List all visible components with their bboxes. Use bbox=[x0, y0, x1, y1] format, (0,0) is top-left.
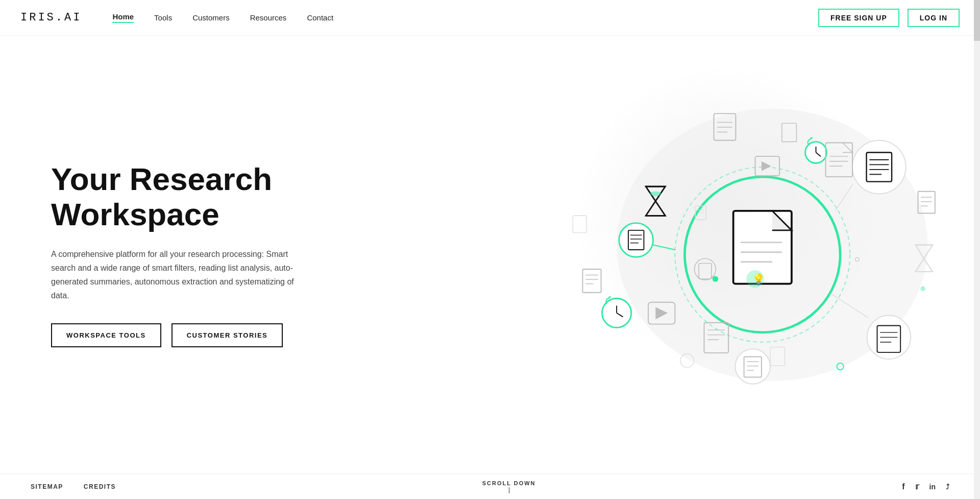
scroll-down-text: SCROLL DOWN bbox=[482, 480, 536, 486]
svg-rect-28 bbox=[714, 113, 736, 140]
nav-tools[interactable]: Tools bbox=[154, 13, 172, 22]
svg-point-54 bbox=[694, 258, 716, 280]
svg-point-84 bbox=[855, 257, 860, 262]
svg-marker-37 bbox=[762, 161, 771, 171]
svg-rect-16 bbox=[867, 153, 892, 182]
nav-right: FREE SIGN UP LOG IN bbox=[818, 9, 960, 27]
svg-text:💡: 💡 bbox=[752, 273, 766, 286]
facebook-icon[interactable]: f bbox=[902, 482, 904, 491]
nav-links: Home Tools Customers Resources Contact bbox=[112, 12, 333, 23]
svg-rect-59 bbox=[826, 142, 852, 177]
footer-left: SITEMAP CREDITS bbox=[31, 483, 116, 490]
workspace-tools-button[interactable]: WORKSPACE TOOLS bbox=[51, 323, 161, 347]
svg-rect-52 bbox=[573, 216, 586, 232]
linkedin-icon[interactable]: in bbox=[929, 483, 936, 491]
svg-rect-10 bbox=[628, 230, 644, 250]
nav-left: IRIS.AI Home Tools Customers Resources C… bbox=[20, 11, 333, 24]
hero-description: A comprehensive platform for all your re… bbox=[51, 247, 296, 303]
svg-point-46 bbox=[602, 298, 631, 327]
footer-right: f 𝕣 in ⤴ bbox=[902, 482, 949, 491]
navbar: IRIS.AI Home Tools Customers Resources C… bbox=[0, 0, 980, 36]
svg-rect-63 bbox=[918, 192, 935, 213]
svg-rect-3 bbox=[733, 211, 792, 284]
svg-line-14 bbox=[653, 245, 675, 250]
svg-rect-50 bbox=[648, 302, 675, 324]
svg-point-9 bbox=[619, 223, 653, 257]
svg-point-78 bbox=[735, 349, 770, 384]
scrollbar-thumb[interactable] bbox=[974, 0, 980, 41]
svg-rect-36 bbox=[755, 156, 780, 176]
svg-point-1 bbox=[684, 177, 840, 332]
sitemap-link[interactable]: SITEMAP bbox=[31, 483, 63, 490]
background-blob bbox=[572, 61, 878, 368]
svg-point-77 bbox=[680, 354, 694, 368]
svg-point-15 bbox=[852, 140, 906, 194]
svg-rect-70 bbox=[704, 323, 729, 353]
svg-marker-49 bbox=[608, 296, 611, 299]
nav-home[interactable]: Home bbox=[112, 12, 134, 23]
svg-rect-74 bbox=[770, 347, 785, 365]
svg-point-7 bbox=[746, 270, 764, 288]
illustration-svg: 💡 bbox=[419, 36, 980, 473]
svg-point-76 bbox=[920, 286, 925, 291]
nav-contact[interactable]: Contact bbox=[307, 13, 333, 22]
twitter-icon[interactable]: 𝕣 bbox=[915, 482, 919, 491]
scrollbar[interactable] bbox=[974, 0, 980, 499]
svg-point-83 bbox=[837, 363, 843, 370]
svg-rect-42 bbox=[582, 269, 601, 293]
svg-marker-67 bbox=[916, 245, 933, 271]
svg-point-38 bbox=[805, 142, 827, 163]
hero-illustration: 💡 bbox=[419, 36, 980, 473]
svg-point-0 bbox=[617, 109, 927, 381]
share-icon[interactable]: ⤴ bbox=[946, 483, 949, 491]
logo[interactable]: IRIS.AI bbox=[20, 11, 82, 24]
svg-point-22 bbox=[867, 316, 911, 360]
hero-title: Your ResearchWorkspace bbox=[51, 162, 296, 231]
svg-marker-32 bbox=[646, 186, 665, 216]
svg-line-27 bbox=[830, 294, 868, 318]
svg-rect-53 bbox=[782, 123, 797, 141]
hero-section: Your ResearchWorkspace A comprehensive p… bbox=[0, 36, 980, 473]
login-button[interactable]: LOG IN bbox=[908, 9, 960, 27]
svg-rect-56 bbox=[695, 206, 706, 220]
footer-center: SCROLL DOWN bbox=[482, 480, 536, 493]
svg-point-2 bbox=[675, 167, 850, 342]
footer-bar: SITEMAP CREDITS SCROLL DOWN f 𝕣 in ⤴ bbox=[0, 473, 980, 499]
hero-buttons: WORKSPACE TOOLS CUSTOMER STORIES bbox=[51, 323, 296, 347]
credits-link[interactable]: CREDITS bbox=[84, 483, 116, 490]
hero-content: Your ResearchWorkspace A comprehensive p… bbox=[51, 162, 296, 347]
svg-line-48 bbox=[617, 313, 623, 317]
scroll-line bbox=[509, 487, 509, 493]
svg-point-75 bbox=[713, 276, 718, 281]
svg-line-21 bbox=[836, 184, 853, 210]
nav-customers[interactable]: Customers bbox=[192, 13, 230, 22]
svg-rect-23 bbox=[877, 326, 901, 352]
svg-marker-51 bbox=[655, 307, 668, 319]
nav-resources[interactable]: Resources bbox=[250, 13, 287, 22]
signup-button[interactable]: FREE SIGN UP bbox=[818, 9, 899, 27]
svg-marker-41 bbox=[810, 137, 813, 140]
svg-rect-79 bbox=[744, 357, 762, 377]
svg-rect-55 bbox=[699, 264, 712, 279]
svg-line-40 bbox=[816, 153, 821, 157]
customer-stories-button[interactable]: CUSTOMER STORIES bbox=[172, 323, 283, 347]
svg-point-35 bbox=[650, 192, 662, 197]
